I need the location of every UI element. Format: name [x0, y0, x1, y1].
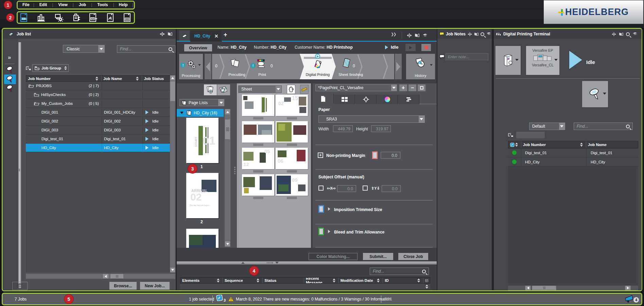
view-preset-dropdown[interactable]: Classic: [63, 45, 105, 53]
sheet-view-dropdown[interactable]: Sheet: [238, 85, 282, 93]
job-row[interactable]: HdSysChecks (0 | 2): [26, 91, 172, 99]
note-input[interactable]: Enter note...: [446, 53, 488, 60]
job-row[interactable]: DIGI_002 DIGI_002 Idle: [26, 117, 172, 126]
col-elements[interactable]: Elements: [180, 278, 223, 283]
printer-device-button[interactable]: [495, 46, 521, 75]
tab-color[interactable]: [377, 95, 398, 104]
color-matching-button[interactable]: Color Matching...: [309, 253, 358, 260]
menu-view[interactable]: View: [53, 2, 73, 7]
messages-icon[interactable]: [216, 294, 224, 303]
terminal-group-box[interactable]: [516, 132, 545, 138]
undock-panel-icon[interactable]: [474, 32, 478, 36]
expand-rail-icon[interactable]: »: [8, 54, 11, 61]
filter-icon-3[interactable]: [6, 85, 14, 92]
maximize-preset-button[interactable]: [418, 84, 425, 91]
measure-tool-button[interactable]: [300, 85, 309, 94]
start-job-button[interactable]: [405, 44, 416, 51]
terminal-row[interactable]: HD_City HD_City: [508, 158, 638, 166]
menu-edit[interactable]: Edit: [34, 2, 52, 7]
pan-tool-button[interactable]: [287, 85, 295, 94]
search-panel-icon[interactable]: [481, 32, 484, 36]
workstation-settings-icon[interactable]: [54, 13, 64, 22]
group-by-dropdown[interactable]: Job Group: [32, 64, 69, 72]
new-tab-icon[interactable]: +: [224, 31, 227, 38]
tab-marks[interactable]: [355, 95, 377, 104]
bleed-expand-icon[interactable]: [328, 230, 330, 233]
height-field[interactable]: 319.97: [371, 125, 391, 132]
overview-button[interactable]: Overview: [184, 44, 212, 51]
filter-icon-2[interactable]: [6, 76, 14, 83]
column-picker-icon[interactable]: [423, 278, 430, 283]
page-lists-dropdown[interactable]: Page Lists: [179, 99, 224, 106]
sheet-view-toggle[interactable]: [217, 84, 230, 95]
col-terminal-job-number[interactable]: Job Number: [521, 141, 586, 148]
tab-overflow-icon[interactable]: ❯❯: [391, 32, 396, 36]
undock-panel-icon[interactable]: [168, 32, 172, 36]
preset-dropdown[interactable]: *PagePrint_CL_Versafire: [315, 84, 397, 91]
close-job-button[interactable]: Close Job: [398, 253, 428, 260]
terminal-row[interactable]: Digi_test_01 Digi_test_01: [508, 148, 638, 157]
page-thumbnail-1[interactable]: 01 START: [186, 118, 219, 163]
job-table-hscrollbar[interactable]: [26, 274, 175, 279]
delete-job-button[interactable]: [12, 282, 28, 290]
stage-sheet-finishing[interactable]: Sheet finishing: [334, 73, 368, 77]
printer-queue-icon[interactable]: [72, 13, 81, 22]
sheet-thumbnail[interactable]: [242, 174, 274, 196]
col-job-status[interactable]: Job Status: [142, 76, 172, 81]
group-tree-icon[interactable]: [508, 133, 514, 137]
col-status[interactable]: Status: [263, 278, 304, 283]
offset-y-checkbox[interactable]: [363, 186, 368, 191]
submit-button[interactable]: Submit...: [363, 253, 393, 260]
tab-paper[interactable]: [313, 94, 334, 104]
menu-help[interactable]: Help: [114, 2, 133, 7]
collapse-center-icon[interactable]: [407, 33, 412, 37]
tab-queue[interactable]: [398, 95, 419, 104]
collapse-panel-icon[interactable]: [468, 32, 472, 36]
npm-field[interactable]: 0.0: [381, 152, 400, 159]
col-terminal-job-name[interactable]: Job Name: [586, 141, 638, 148]
imposition-expand-icon[interactable]: [328, 207, 330, 211]
new-job-tool-icon[interactable]: ABC: [20, 13, 29, 22]
job-row[interactable]: DIGI_003 DIGI_003 Idle: [26, 126, 172, 134]
versafire-device-button[interactable]: Versafire EP Versafire_CL: [526, 46, 559, 75]
sheet-thumbnail[interactable]: 09: [276, 174, 308, 196]
col-id[interactable]: ID: [383, 278, 423, 283]
layout-panel-icon[interactable]: [486, 32, 491, 36]
col-modification-date[interactable]: Modification Date: [339, 278, 383, 283]
search-panel-icon[interactable]: [626, 32, 630, 36]
offset-x-field[interactable]: 0.0: [337, 185, 356, 192]
job-row[interactable]: Digi_test_01 Digi_test_01 Idle: [26, 135, 172, 143]
col-sequence[interactable]: Sequence: [223, 278, 263, 283]
job-list-find-input[interactable]: Find...: [117, 45, 175, 53]
pages-sheet-splitter[interactable]: [233, 83, 237, 254]
stage-processing[interactable]: ! Processing: [179, 54, 203, 79]
elements-find-input[interactable]: Find...: [370, 268, 429, 275]
rail-splitter[interactable]: [18, 42, 21, 288]
job-row[interactable]: PRJOBS (2 | 7): [26, 82, 172, 90]
sheet-thumbnail[interactable]: [276, 121, 308, 143]
menu-job[interactable]: Job: [74, 2, 91, 7]
col-recent-message[interactable]: Recent Message: [304, 278, 339, 283]
tab-hd-city[interactable]: HD_City ✕: [190, 30, 222, 42]
stop-job-button[interactable]: [421, 44, 431, 51]
paper-dropdown[interactable]: SRA3: [318, 115, 425, 123]
stage-print[interactable]: Print: [249, 73, 275, 77]
barcode-doc-icon[interactable]: [123, 13, 132, 22]
pages-scrollbar[interactable]: [225, 109, 230, 247]
sheet-thumbnail[interactable]: 05 12: [242, 148, 274, 169]
undock-panel-icon[interactable]: [619, 32, 623, 36]
new-job-button[interactable]: New Job...: [140, 282, 170, 290]
chart-tool-icon[interactable]: [37, 13, 46, 22]
jobs-home-tab[interactable]: [179, 30, 190, 41]
col-job-number[interactable]: Job Number: [26, 76, 102, 81]
job-table-vscrollbar[interactable]: [170, 75, 175, 273]
offset-y-field[interactable]: 0.0: [382, 185, 401, 192]
signature-doc-icon[interactable]: [106, 13, 115, 22]
undock-center-icon[interactable]: [415, 33, 419, 37]
tab-imposition[interactable]: [334, 95, 355, 104]
page-list-tree-item[interactable]: HD_City (16): [177, 109, 224, 117]
npm-expander[interactable]: +: [318, 152, 323, 158]
menu-file[interactable]: File: [19, 2, 33, 7]
menu-tools[interactable]: Tools: [92, 2, 113, 7]
job-row[interactable]: My_Custom_Jobs (0 | 5): [26, 99, 172, 108]
